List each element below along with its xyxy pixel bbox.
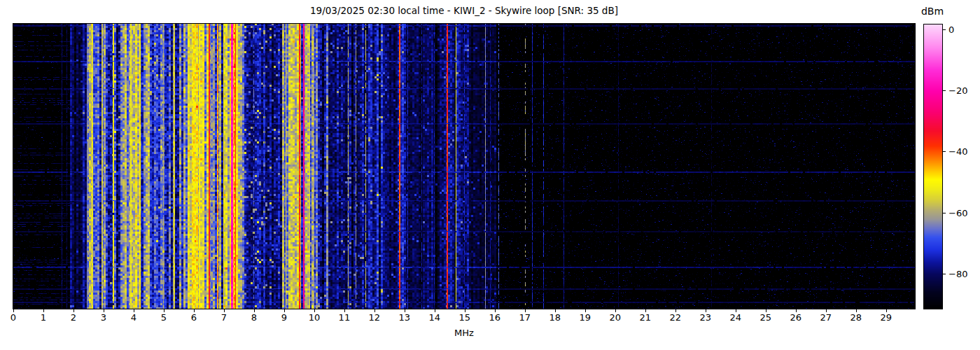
x-tick-label: 2 (71, 312, 76, 323)
x-tick-label: 9 (281, 312, 287, 323)
x-tick-label: 14 (429, 312, 441, 323)
x-tick-label: 1 (41, 312, 46, 323)
colorbar-tick-label: −20 (948, 85, 967, 96)
colorbar-gradient (924, 24, 942, 309)
x-tick-label: 13 (399, 312, 411, 323)
colorbar-tick-mark (943, 29, 946, 30)
colorbar (923, 24, 943, 309)
colorbar-tick-label: −60 (948, 207, 967, 218)
x-tick-label: 7 (221, 312, 227, 323)
x-tick-label: 5 (161, 312, 167, 323)
x-tick-label: 23 (700, 312, 712, 323)
x-tick-label: 4 (131, 312, 136, 323)
x-tick-label: 12 (369, 312, 381, 323)
colorbar-tick-mark (943, 213, 946, 214)
x-tick-label: 15 (459, 312, 471, 323)
spectrogram-figure: 19/03/2025 02:30 local time - KIWI_2 - S… (0, 0, 980, 350)
x-tick-label: 16 (489, 312, 501, 323)
x-tick-label: 27 (820, 312, 832, 323)
x-tick-label: 18 (550, 312, 561, 323)
colorbar-tick-label: 0 (948, 24, 954, 34)
x-tick-label: 29 (880, 312, 892, 323)
x-tick-label: 8 (251, 312, 257, 323)
x-tick-label: 25 (760, 312, 771, 323)
colorbar-tick-mark (943, 151, 946, 152)
colorbar-unit-label: dBm (921, 6, 944, 17)
x-tick-label: 26 (790, 312, 802, 323)
x-axis-label: MHz (454, 328, 474, 338)
x-tick-label: 19 (580, 312, 592, 323)
colorbar-tick-label: −80 (948, 269, 967, 279)
colorbar-tick-label: −40 (948, 146, 967, 157)
x-tick-label: 22 (670, 312, 682, 323)
x-tick-label: 11 (339, 312, 351, 323)
waterfall-heatmap (13, 24, 915, 309)
plot-title: 19/03/2025 02:30 local time - KIWI_2 - S… (310, 5, 618, 16)
waterfall-plot-area (13, 23, 916, 309)
x-tick-label: 21 (640, 312, 652, 323)
x-tick-label: 20 (610, 312, 622, 323)
x-tick-label: 3 (101, 312, 106, 323)
x-tick-label: 10 (309, 312, 321, 323)
colorbar-tick-mark (943, 90, 946, 91)
x-tick-label: 17 (519, 312, 531, 323)
x-tick-label: 24 (729, 312, 741, 323)
x-tick-label: 0 (10, 312, 16, 323)
x-tick-label: 6 (191, 312, 197, 323)
x-tick-label: 28 (850, 312, 862, 323)
colorbar-tick-mark (943, 274, 946, 274)
